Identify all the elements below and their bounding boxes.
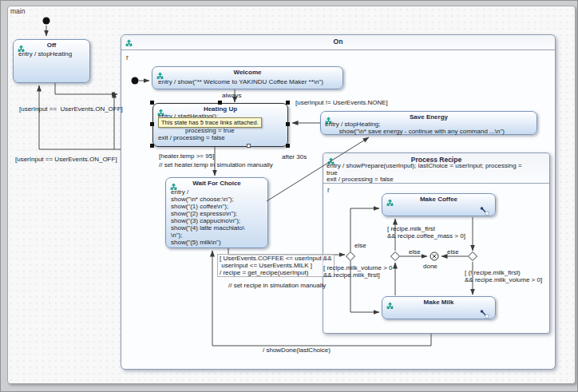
selection-handle[interactable] xyxy=(286,144,290,148)
state-save-energy-title: Save Energy xyxy=(321,112,536,121)
state-welcome[interactable]: Welcome entry / show("** Welcome to YAKI… xyxy=(152,66,343,89)
selection-handle[interactable] xyxy=(218,101,222,105)
statechart-editor-canvas: main Off entry / stopHeating On r Welcom… xyxy=(0,0,578,392)
else-label[interactable]: else xyxy=(354,242,366,249)
state-off[interactable]: Off entry / stopHeating xyxy=(13,39,90,83)
state-off-body: entry / stopHeating xyxy=(18,50,72,57)
guard-label[interactable]: [ recipe.milk_first && recipe.coffee_mas… xyxy=(387,225,465,240)
guard-label[interactable]: [userInput == UserEvents.ON_OFF] xyxy=(19,105,123,113)
state-icon xyxy=(125,37,133,46)
state-make-milk[interactable]: Make Milk xyxy=(382,296,496,319)
trigger-label[interactable]: after 30s xyxy=(282,153,307,160)
bendpoint-handle[interactable] xyxy=(247,144,251,148)
state-make-coffee-title: Make Coffee xyxy=(382,194,495,203)
state-process-recipe-header: Process Recipe entry / showPrepare(userI… xyxy=(323,153,549,184)
state-icon xyxy=(156,69,164,78)
state-make-milk-title: Make Milk xyxy=(382,297,495,306)
selection-handle[interactable] xyxy=(286,101,290,105)
state-heating-up-processing: processing = true xyxy=(185,127,235,134)
selection-handle[interactable] xyxy=(150,144,154,148)
state-process-recipe-actions: entry / showPrepare(userInput); lastChoi… xyxy=(327,163,522,184)
trace-links-tooltip: This state has 5 trace links attached. xyxy=(158,117,262,128)
guard-label[interactable]: [ UserEvents.COFFEE <= userInput && user… xyxy=(217,254,335,277)
state-heating-up-title: Heating Up xyxy=(153,104,287,113)
state-welcome-title: Welcome xyxy=(152,67,342,76)
guard-label[interactable]: [ recipe.milk_volume > 0 && recipe.milk_… xyxy=(323,264,392,279)
guard-label[interactable]: [ (! recipe.milk_first) && recipe.milk_v… xyxy=(465,269,542,283)
state-make-coffee[interactable]: Make Coffee xyxy=(382,193,496,216)
state-on-header: On xyxy=(121,35,555,50)
selection-handle[interactable] xyxy=(150,101,154,105)
main-region-label: main xyxy=(10,7,25,15)
state-wait-for-choice-body: entry / show("\n* choose:\n"); show("(1)… xyxy=(171,188,244,246)
process-region-label: r xyxy=(327,186,330,194)
state-heating-up-exit: exit / processing = false xyxy=(158,134,225,141)
action-label[interactable]: / showDone(lastChoice) xyxy=(263,346,331,354)
state-save-energy[interactable]: Save Energy entry / stopHeating; show("\… xyxy=(320,111,537,135)
state-icon xyxy=(386,196,394,205)
comment-label[interactable]: // set recipe in simulation manually xyxy=(228,282,326,289)
state-save-energy-body: entry / stopHeating; show("\n* save ener… xyxy=(325,121,505,135)
selection-handle[interactable] xyxy=(150,122,154,126)
subdiagram-icon[interactable] xyxy=(479,204,490,214)
else-label[interactable]: else xyxy=(409,248,421,255)
selection-handle[interactable] xyxy=(286,122,290,126)
state-on-title: On xyxy=(121,35,555,46)
trigger-label[interactable]: done xyxy=(423,263,437,270)
guard-label[interactable]: [userInput != UserEvents.NONE] xyxy=(295,99,388,106)
trigger-label[interactable]: always xyxy=(222,92,241,99)
else-label[interactable]: else xyxy=(447,248,459,255)
on-region-label: r xyxy=(126,53,129,61)
state-wait-for-choice-title: Wait For Choice xyxy=(166,178,267,187)
state-wait-for-choice[interactable]: Wait For Choice entry / show("\n* choose… xyxy=(165,177,268,248)
state-icon xyxy=(386,299,394,308)
guard-label[interactable]: [heater.temp >= 95] xyxy=(159,152,214,160)
state-welcome-body: entry / show("** Welcome to YAKINDU Coff… xyxy=(158,78,323,85)
comment-label[interactable]: // set heater.temp in simulation manuall… xyxy=(159,161,273,168)
subdiagram-icon[interactable] xyxy=(479,307,490,317)
guard-label[interactable]: [userInput == UserEvents.ON_OFF] xyxy=(15,156,117,163)
